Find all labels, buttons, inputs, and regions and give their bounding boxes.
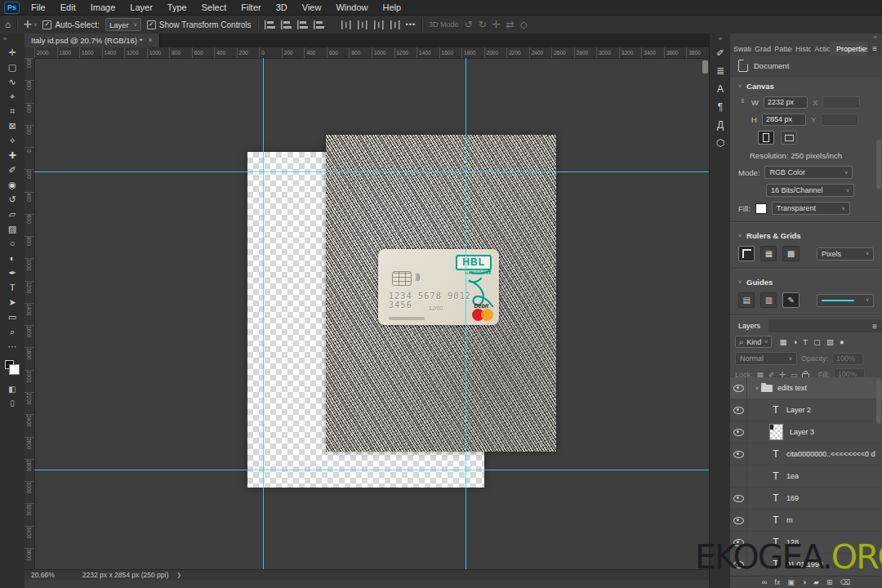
path-select-tool-icon[interactable]: ➤ <box>0 295 24 310</box>
layer-row[interactable]: T 169 <box>730 488 882 510</box>
menu-item[interactable]: Select <box>194 0 234 15</box>
align-horizontal-centers-icon[interactable] <box>281 20 292 29</box>
collapse-panels-icon[interactable]: « <box>730 33 882 42</box>
panel-menu-icon[interactable]: ≡ <box>867 42 882 56</box>
horizontal-guide-1[interactable] <box>34 172 709 172</box>
menu-item[interactable]: Layer <box>122 0 160 15</box>
toggle-guides-button[interactable]: ▤ <box>738 292 755 308</box>
vertical-guide-2[interactable] <box>466 58 466 570</box>
crop-tool-icon[interactable]: ⌗ <box>0 104 24 118</box>
toggle-smart-guides-button[interactable]: ▥ <box>760 292 777 308</box>
properties-scrollbar-thumb[interactable] <box>876 140 881 189</box>
close-tab-icon[interactable]: × <box>148 36 152 44</box>
document-tab[interactable]: Italy id.psd @ 20.7% (RGB/16) * × <box>24 33 160 47</box>
toggle-grid-button[interactable]: ▦ <box>760 246 777 261</box>
canvas-section-header[interactable]: ˅ Canvas <box>730 77 882 94</box>
expand-dock-icon[interactable]: « <box>710 33 731 44</box>
history-brush-tool-icon[interactable]: ↺ <box>0 192 24 207</box>
toggle-pixel-grid-button[interactable]: ▩ <box>782 246 799 261</box>
photoshop-logo-icon[interactable]: Ps <box>4 2 20 14</box>
screen-mode-icon[interactable]: ▯ <box>0 396 24 410</box>
shape-tool-icon[interactable]: ▭ <box>0 310 24 324</box>
rulers-grids-section-header[interactable]: ˅ Rulers & Grids <box>730 226 882 243</box>
tab-patterns[interactable]: Patter <box>771 42 792 56</box>
color-swatches[interactable] <box>5 360 20 375</box>
align-left-edges-icon[interactable] <box>265 20 275 29</box>
vertical-guide-1[interactable] <box>263 58 264 570</box>
menu-item[interactable]: Type <box>160 0 194 15</box>
zoom-level[interactable]: 20.66% <box>31 571 55 579</box>
filter-shape-layers-icon[interactable]: ▢ <box>813 337 821 346</box>
visibility-toggle[interactable] <box>730 488 747 509</box>
layer-effects-icon[interactable]: fx <box>774 579 780 586</box>
kind-filter-dropdown[interactable]: ⌕ Kind ˅ <box>735 336 772 348</box>
paragraph-panel-icon[interactable]: ¶ <box>710 98 731 116</box>
horizontal-guide-2[interactable] <box>34 470 709 470</box>
show-transform-checkbox[interactable]: Show Transform Controls <box>147 20 252 29</box>
healing-brush-tool-icon[interactable]: ✚ <box>0 148 24 163</box>
object-selection-tool-icon[interactable]: ⌖ <box>0 89 24 104</box>
menu-item[interactable]: Filter <box>234 0 268 15</box>
fill-swatch[interactable] <box>755 203 767 214</box>
distribute-left-icon[interactable] <box>341 20 351 29</box>
menu-item[interactable]: Edit <box>53 0 83 15</box>
canvas-scrollbar-thumb[interactable] <box>702 60 708 74</box>
active-tool-icon[interactable]: ✛˅ <box>24 20 37 29</box>
lasso-tool-icon[interactable]: ∿ <box>0 74 24 89</box>
distribute-centers-icon[interactable] <box>357 20 368 29</box>
canvas-area[interactable]: 2000180016001400120010008006004002000200… <box>24 47 709 580</box>
collapse-group-icon[interactable]: ˅ <box>755 385 759 391</box>
tab-actions[interactable]: Actio <box>811 42 830 56</box>
menu-item[interactable]: View <box>295 0 329 15</box>
menu-item[interactable]: Window <box>328 0 375 15</box>
align-right-edges-icon[interactable] <box>297 20 308 29</box>
brush-tool-icon[interactable]: ✐ <box>0 163 24 177</box>
home-icon[interactable]: ⌂ <box>5 20 11 29</box>
filter-pixel-layers-icon[interactable]: ▦ <box>779 337 786 346</box>
layer-row[interactable]: T 1ea <box>730 466 882 488</box>
tab-gradients[interactable]: Gradi <box>751 42 771 56</box>
guides-section-header[interactable]: ˅ Guides <box>730 273 882 290</box>
layer-mask-icon[interactable]: ▣ <box>787 579 795 586</box>
libraries-panel-icon[interactable]: ⬡ <box>710 134 731 152</box>
eraser-tool-icon[interactable]: ▱ <box>0 207 24 221</box>
filter-adjustment-layers-icon[interactable]: ◑ <box>792 337 797 346</box>
move-tool-icon[interactable]: ✛ <box>0 45 24 60</box>
visibility-toggle[interactable] <box>730 377 747 399</box>
new-layer-icon[interactable]: ⊞ <box>826 579 833 586</box>
landscape-orientation-button[interactable] <box>781 131 797 145</box>
visibility-toggle[interactable] <box>730 421 747 443</box>
distribute-right-icon[interactable] <box>373 20 384 29</box>
brushes-icon[interactable]: ≣ <box>710 62 731 80</box>
type-tool-icon[interactable]: T <box>0 280 24 295</box>
filter-type-layers-icon[interactable]: T <box>803 337 808 346</box>
edit-guides-button[interactable]: ✎ <box>782 292 799 308</box>
layers-menu-icon[interactable]: ≡ <box>867 319 882 332</box>
adjustment-layer-icon[interactable]: ◑ <box>802 579 806 586</box>
blur-tool-icon[interactable]: ○ <box>0 236 24 251</box>
menu-item[interactable]: Help <box>376 0 409 15</box>
color-mode-dropdown[interactable]: RGB Color˅ <box>764 166 853 179</box>
delete-layer-icon[interactable]: ⌫ <box>840 579 851 586</box>
link-dimensions-icon[interactable]: ∞ <box>739 99 746 107</box>
auto-select-dropdown[interactable]: Layer˅ <box>105 18 141 31</box>
fill-dropdown[interactable]: Transparent˅ <box>772 202 850 215</box>
menu-item[interactable]: Image <box>83 0 123 15</box>
height-field[interactable]: 2854 px <box>762 114 806 126</box>
portrait-orientation-button[interactable] <box>758 131 774 145</box>
collapse-toolbar-icon[interactable]: » <box>0 33 24 45</box>
marquee-tool-icon[interactable]: ▢ <box>0 60 24 74</box>
menu-item[interactable]: File <box>24 0 53 15</box>
layer-row-group[interactable]: ˅ edits text <box>730 377 882 399</box>
layer-row[interactable]: Layer 3 <box>730 421 882 443</box>
horizontal-ruler[interactable]: 2000180016001400120010008006004002000200… <box>34 47 709 59</box>
layer-row[interactable]: T m <box>730 510 882 532</box>
visibility-toggle[interactable] <box>730 443 747 465</box>
ruler-units-dropdown[interactable]: Pixels˅ <box>817 247 874 261</box>
tab-properties[interactable]: Properties <box>830 42 867 56</box>
quick-mask-icon[interactable]: ◧ <box>0 382 24 396</box>
toggle-rulers-button[interactable] <box>738 246 755 261</box>
bit-depth-dropdown[interactable]: 16 Bits/Channel˅ <box>766 184 854 197</box>
tab-swatches[interactable]: Swatc <box>730 42 751 56</box>
gradient-tool-icon[interactable]: ▨ <box>0 221 24 236</box>
